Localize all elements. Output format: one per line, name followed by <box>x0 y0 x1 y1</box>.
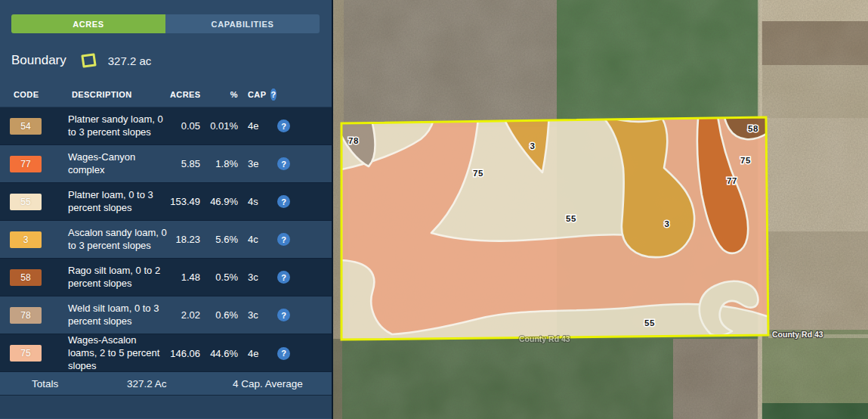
road-label: County Rd 43 <box>519 334 570 343</box>
boundary-polygon-icon <box>79 53 97 68</box>
soil-description: Ascalon sandy loam, 0 to 3 percent slope… <box>68 227 170 253</box>
col-header-percent: % <box>200 90 238 99</box>
soil-code-label: 75 <box>473 169 483 178</box>
soil-code-label: 3 <box>665 219 670 228</box>
soil-acres: 1.48 <box>170 272 200 283</box>
soil-table-row[interactable]: 75Wages-Ascalon loams, 2 to 5 percent sl… <box>0 334 332 372</box>
soil-acres: 2.02 <box>170 309 200 321</box>
report-tab-bar: ACRES CAPABILITIES <box>11 14 320 33</box>
soil-description: Wages-Canyon complex <box>68 151 170 177</box>
tab-acres[interactable]: ACRES <box>11 14 165 33</box>
soil-cap-class: 3c <box>238 309 268 321</box>
soil-cap-class: 4s <box>238 196 268 207</box>
col-header-acres: ACRES <box>170 90 200 99</box>
soil-percent: 0.5% <box>200 272 238 283</box>
soil-percent: 46.9% <box>200 196 238 207</box>
soil-code-label: 58 <box>748 124 758 133</box>
col-header-code: CODE <box>0 90 68 99</box>
soil-acres: 0.05 <box>170 120 200 132</box>
soil-code-badge: 55 <box>10 194 42 210</box>
soil-percent: 0.01% <box>200 120 238 132</box>
totals-row: Totals 327.2 Ac 4 Cap. Average <box>0 372 332 396</box>
soil-description: Wages-Ascalon loams, 2 to 5 percent slop… <box>68 334 170 373</box>
soil-code-label: 3 <box>530 141 536 151</box>
boundary-summary: Boundary 327.2 ac <box>11 51 332 70</box>
boundary-acreage: 327.2 ac <box>108 54 152 67</box>
soil-acres: 146.06 <box>170 348 200 359</box>
soil-table-row[interactable]: 78Weld silt loam, 0 to 3 percent slopes2… <box>0 296 332 334</box>
soil-acres: 18.23 <box>170 234 200 245</box>
sidebar-filler <box>0 396 332 418</box>
soil-code-label: 77 <box>727 176 737 185</box>
soil-description: Rago silt loam, 0 to 2 percent slopes <box>68 265 170 290</box>
soil-cap-class: 4e <box>238 348 268 359</box>
soil-code-label: 55 <box>566 214 576 223</box>
boundary-title: Boundary <box>11 53 66 68</box>
row-help-icon[interactable]: ? <box>277 347 290 360</box>
row-help-icon[interactable]: ? <box>277 271 290 284</box>
row-help-icon[interactable]: ? <box>277 309 290 321</box>
satellite-map[interactable]: 7875355375775855 County Rd 43County Rd 4… <box>333 0 868 419</box>
row-help-icon[interactable]: ? <box>277 233 290 246</box>
col-header-cap: CAP ? <box>238 88 268 101</box>
col-header-description: DESCRIPTION <box>68 90 170 99</box>
soil-description: Platner sandy loam, 0 to 3 percent slope… <box>68 113 170 139</box>
soil-code-badge: 58 <box>10 269 42 286</box>
soil-table-row[interactable]: 55Platner loam, 0 to 3 percent slopes153… <box>0 183 332 221</box>
soil-code-label: 55 <box>644 318 655 327</box>
soil-table-header: CODE DESCRIPTION ACRES % CAP ? <box>0 82 332 107</box>
totals-acres: 327.2 Ac <box>113 378 233 390</box>
soil-description: Platner loam, 0 to 3 percent slopes <box>68 189 170 215</box>
row-help-icon[interactable]: ? <box>277 195 290 208</box>
row-help-icon[interactable]: ? <box>277 157 290 170</box>
row-help-icon[interactable]: ? <box>277 119 290 132</box>
soil-table-row[interactable]: 54Platner sandy loam, 0 to 3 percent slo… <box>0 107 332 145</box>
soil-table-row[interactable]: 77Wages-Canyon complex5.851.8%3e? <box>0 145 332 183</box>
soil-cap-class: 3c <box>238 272 268 283</box>
cap-help-icon[interactable]: ? <box>270 88 276 101</box>
soil-cap-class: 4e <box>238 120 268 132</box>
road-label: County Rd 43 <box>772 330 823 339</box>
soil-code-badge: 3 <box>10 231 42 248</box>
app-window: ACRES CAPABILITIES Boundary 327.2 ac COD… <box>0 0 868 419</box>
soil-code-badge: 75 <box>10 345 42 362</box>
soil-code-badge: 78 <box>10 307 42 324</box>
soil-code-label: 75 <box>740 156 751 165</box>
soil-cap-class: 4c <box>238 234 268 245</box>
soil-percent: 44.6% <box>200 348 238 359</box>
soil-acres: 153.49 <box>170 196 200 207</box>
totals-cap-average: 4 Cap. Average <box>233 378 332 390</box>
soil-code-label: 78 <box>348 136 359 145</box>
soil-report-sidebar: ACRES CAPABILITIES Boundary 327.2 ac COD… <box>0 0 333 419</box>
soil-percent: 5.6% <box>200 234 238 245</box>
soil-cap-class: 3e <box>238 158 268 169</box>
soil-table-body: 54Platner sandy loam, 0 to 3 percent slo… <box>0 107 332 372</box>
soil-code-badge: 77 <box>10 156 42 172</box>
soil-code-badge: 54 <box>10 118 42 135</box>
soil-table-row[interactable]: 58Rago silt loam, 0 to 2 percent slopes1… <box>0 259 332 296</box>
totals-label: Totals <box>0 378 113 390</box>
soil-table-row[interactable]: 3Ascalon sandy loam, 0 to 3 percent slop… <box>0 221 332 259</box>
soil-percent: 1.8% <box>200 158 238 169</box>
soil-acres: 5.85 <box>170 158 200 169</box>
soil-percent: 0.6% <box>200 309 238 321</box>
soil-description: Weld silt loam, 0 to 3 percent slopes <box>68 303 170 328</box>
tab-capabilities[interactable]: CAPABILITIES <box>165 14 320 33</box>
